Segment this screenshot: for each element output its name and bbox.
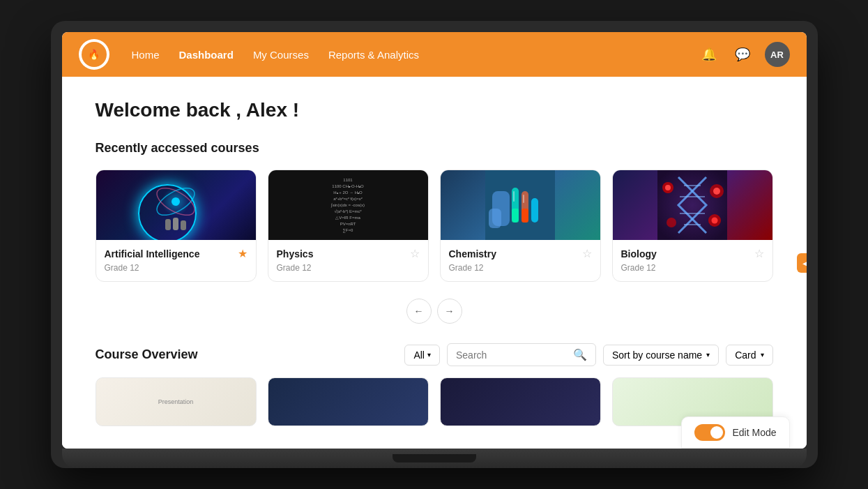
svg-point-26	[713, 188, 720, 195]
svg-point-24	[665, 185, 671, 190]
course-info-physics: Physics ☆ Grade 12	[268, 240, 428, 281]
course-info-ai: Artificial Intelligence ★ Grade 12	[96, 240, 256, 281]
course-thumb-ai	[96, 170, 256, 240]
recently-accessed-title: Recently accessed courses	[96, 141, 773, 156]
course-grade-biology: Grade 12	[621, 263, 764, 273]
search-icon: 🔍	[573, 348, 587, 361]
svg-rect-4	[165, 219, 171, 230]
svg-rect-17	[657, 170, 727, 240]
welcome-title: Welcome back , Alex !	[96, 99, 773, 121]
carousel-controls: ← →	[96, 299, 773, 324]
view-dropdown[interactable]: Card ▾	[726, 345, 772, 366]
physics-thumb-text: 11011100 CH₃-O-H₂OH₂ + 2O → H₂Oa²+b²=c² …	[331, 177, 365, 234]
edit-mode-label: Edit Mode	[732, 427, 776, 438]
laptop-frame: 🔥 Home Dashboard My Courses Reports & An…	[51, 21, 818, 468]
filter-bar: All ▾ 🔍	[404, 343, 596, 366]
preview-card-2[interactable]	[268, 377, 429, 426]
course-info-chemistry: Chemistry ☆ Grade 12	[441, 240, 600, 281]
star-icon-ai[interactable]: ★	[238, 247, 248, 260]
svg-point-1	[172, 197, 180, 206]
overview-controls: All ▾ 🔍 Sort by course name ▾	[404, 343, 772, 366]
star-icon-chemistry[interactable]: ☆	[582, 247, 592, 260]
search-box: 🔍	[447, 343, 596, 366]
message-icon[interactable]: 💬	[731, 43, 754, 66]
svg-rect-9	[489, 209, 501, 228]
course-card-chemistry[interactable]: Chemistry ☆ Grade 12	[440, 170, 601, 282]
svg-point-3	[153, 183, 199, 220]
course-thumb-biology	[613, 170, 772, 240]
svg-rect-13	[521, 209, 528, 223]
star-icon-biology[interactable]: ☆	[754, 247, 764, 260]
course-info-top-ai: Artificial Intelligence ★	[105, 247, 248, 260]
svg-rect-16	[523, 195, 524, 203]
view-label: Card	[735, 349, 756, 361]
collapse-arrow[interactable]: ◀	[797, 253, 807, 273]
course-info-top-physics: Physics ☆	[277, 247, 420, 260]
nav-logo: 🔥	[79, 39, 109, 70]
course-name-physics: Physics	[277, 248, 314, 259]
nav-reports-analytics[interactable]: Reports & Analytics	[328, 49, 419, 61]
svg-point-27	[667, 218, 676, 227]
filter-chevron-icon: ▾	[427, 351, 431, 359]
laptop-screen: 🔥 Home Dashboard My Courses Reports & An…	[62, 32, 807, 449]
biology-thumb-svg	[657, 170, 727, 240]
recently-accessed-grid: Artificial Intelligence ★ Grade 12 11011…	[96, 170, 773, 282]
svg-rect-6	[181, 220, 186, 230]
preview-card-3[interactable]	[440, 377, 601, 426]
sort-dropdown[interactable]: Sort by course name ▾	[603, 345, 719, 366]
svg-point-29	[712, 218, 718, 224]
course-name-biology: Biology	[621, 248, 657, 259]
main-content: ◀ Welcome back , Alex ! Recently accesse…	[62, 77, 807, 449]
carousel-next-button[interactable]: →	[437, 299, 462, 324]
svg-rect-11	[512, 209, 519, 223]
svg-rect-14	[531, 198, 538, 223]
navbar: 🔥 Home Dashboard My Courses Reports & An…	[62, 32, 807, 77]
nav-dashboard[interactable]: Dashboard	[179, 49, 234, 61]
course-preview-row: Presentation	[96, 377, 773, 426]
nav-right: 🔔 💬 AR	[698, 42, 790, 67]
nav-my-courses[interactable]: My Courses	[253, 49, 309, 61]
course-name-ai: Artificial Intelligence	[105, 248, 200, 259]
course-info-top-biology: Biology ☆	[621, 247, 764, 260]
course-card-biology[interactable]: Biology ☆ Grade 12	[612, 170, 773, 282]
course-info-biology: Biology ☆ Grade 12	[613, 240, 772, 281]
svg-rect-5	[173, 218, 178, 230]
course-thumb-physics: 11011100 CH₃-O-H₂OH₂ + 2O → H₂Oa²+b²=c² …	[268, 170, 428, 240]
svg-rect-15	[513, 191, 515, 202]
sort-controls: Sort by course name ▾ Card ▾	[603, 345, 773, 366]
svg-point-2	[153, 183, 199, 220]
chemistry-thumb-svg	[485, 170, 555, 240]
course-info-top-chemistry: Chemistry ☆	[449, 247, 592, 260]
course-thumb-chemistry	[441, 170, 600, 240]
edit-mode-bar: Edit Mode	[681, 416, 789, 449]
carousel-prev-button[interactable]: ←	[406, 299, 432, 324]
star-icon-physics[interactable]: ☆	[410, 247, 420, 260]
laptop-notch	[393, 454, 476, 462]
laptop-base	[62, 449, 807, 468]
search-input[interactable]	[456, 349, 568, 361]
preview-card-1-text: Presentation	[158, 398, 194, 405]
chevron-left-icon: ◀	[802, 257, 807, 269]
course-name-chemistry: Chemistry	[449, 248, 496, 259]
edit-mode-toggle[interactable]	[694, 424, 725, 441]
view-chevron-icon: ▾	[761, 351, 764, 359]
course-grade-physics: Grade 12	[277, 263, 420, 273]
filter-all-label: All	[413, 349, 425, 361]
course-grade-chemistry: Grade 12	[449, 263, 592, 273]
nav-home[interactable]: Home	[132, 49, 160, 61]
course-overview-title: Course Overview	[96, 347, 198, 362]
user-avatar[interactable]: AR	[765, 42, 790, 67]
sort-chevron-icon: ▾	[706, 351, 710, 359]
logo-icon: 🔥	[82, 42, 107, 67]
sort-label: Sort by course name	[612, 349, 702, 361]
svg-point-0	[162, 188, 190, 216]
course-card-ai[interactable]: Artificial Intelligence ★ Grade 12	[96, 170, 257, 282]
notification-icon[interactable]: 🔔	[698, 43, 720, 66]
toggle-knob	[710, 426, 723, 439]
filter-all-dropdown[interactable]: All ▾	[404, 345, 440, 366]
preview-card-1[interactable]: Presentation	[96, 377, 257, 426]
nav-links: Home Dashboard My Courses Reports & Anal…	[132, 49, 676, 61]
course-grade-ai: Grade 12	[105, 263, 248, 273]
course-card-physics[interactable]: 11011100 CH₃-O-H₂OH₂ + 2O → H₂Oa²+b²=c² …	[268, 170, 429, 282]
ai-thumb-svg	[141, 170, 211, 240]
